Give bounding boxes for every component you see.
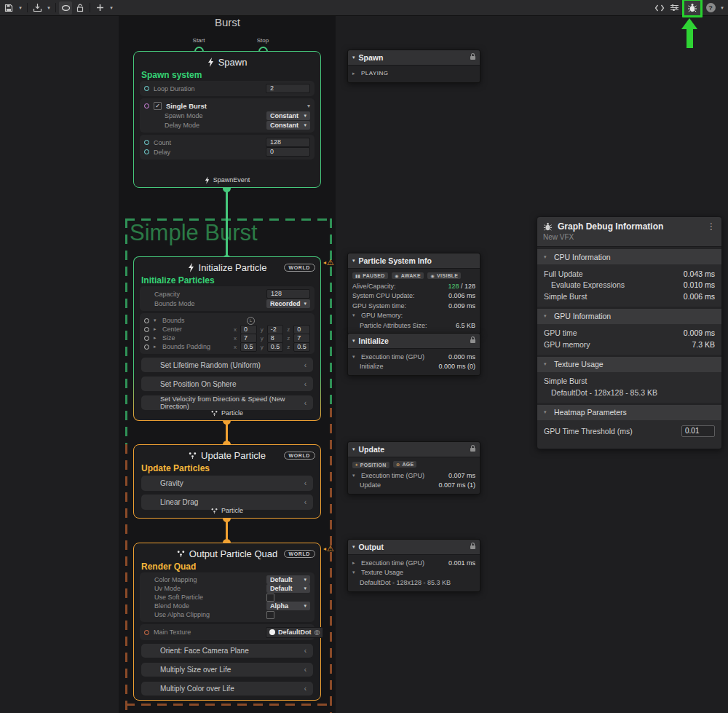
capacity-field[interactable]: 128 (266, 289, 310, 299)
chevron-down-icon[interactable]: ▾ (307, 103, 310, 109)
uv-mode-dropdown[interactable]: Default▾ (266, 584, 310, 593)
bounds-mode-dropdown[interactable]: Recorded▾ (266, 299, 310, 308)
expander-open-icon[interactable]: ▾ (352, 312, 358, 318)
block-orient[interactable]: Orient: Face Camera Plane ‹ (141, 644, 313, 658)
collapse-icon[interactable]: ‹ (304, 685, 306, 693)
collapse-icon[interactable]: ‹ (304, 479, 306, 487)
initialize-node[interactable]: Initialize Particle WORLD Initialize Par… (133, 256, 321, 421)
expander-open-icon[interactable]: ▾ (352, 354, 358, 360)
size-port[interactable] (144, 336, 149, 341)
main-texture-port[interactable] (144, 630, 149, 635)
lock-button[interactable] (74, 1, 87, 15)
lock-icon[interactable] (470, 448, 475, 452)
padding-z-field[interactable]: 0.5 (293, 342, 310, 352)
initialize-panel-header[interactable]: ▾ Initialize (348, 334, 480, 349)
loop-duration-field[interactable]: 2 (266, 84, 310, 93)
loop-duration-port[interactable] (144, 86, 149, 91)
system-info-header[interactable]: ▾ Particle System Info (348, 253, 480, 269)
help-button[interactable]: ? (704, 1, 717, 15)
control-settings-button[interactable] (668, 1, 681, 15)
count-port[interactable] (144, 140, 149, 145)
padding-y-field[interactable]: 0.5 (267, 342, 284, 352)
link-toggle-button[interactable] (59, 1, 72, 15)
delay-mode-dropdown[interactable]: Constant▾ (266, 121, 310, 130)
compile-button[interactable] (31, 1, 44, 15)
single-burst-block[interactable]: ✓ Single Burst ▾ Spawn Mode Constant▾ De… (140, 98, 314, 133)
block-gravity[interactable]: Gravity ‹ (141, 476, 313, 491)
padding-x-field[interactable]: 0.5 (240, 342, 257, 352)
blend-mode-dropdown[interactable]: Alpha▾ (266, 602, 310, 610)
expander-open-icon[interactable]: ▾ (154, 318, 159, 323)
cpu-information-section-header[interactable]: ▾ CPU Information (537, 249, 721, 264)
system-group-label[interactable]: Simple Burst (130, 220, 258, 246)
world-space-badge[interactable]: WORLD (284, 550, 315, 558)
delay-field[interactable]: 0 (266, 147, 310, 157)
world-space-badge[interactable]: WORLD (284, 452, 315, 460)
bounds-port[interactable] (144, 318, 149, 323)
lock-icon[interactable] (470, 545, 475, 549)
initialize-warning[interactable]: ◂ ⚠ (323, 258, 334, 267)
debug-panel-button[interactable] (682, 0, 703, 17)
spawn-node-header[interactable]: Spawn (134, 52, 320, 68)
lock-icon[interactable] (470, 339, 475, 343)
save-dropdown[interactable]: ▾ (17, 1, 24, 15)
expander-closed-icon[interactable]: ▸ (154, 344, 159, 350)
block-multiply-color[interactable]: Multiply Color over Life ‹ (141, 682, 313, 696)
output-node[interactable]: Output Particle Quad WORLD Render Quad C… (133, 543, 321, 701)
heatmap-parameters-section-header[interactable]: ▾ Heatmap Parameters (537, 405, 721, 420)
update-node[interactable]: Update Particle WORLD Update Particles G… (133, 444, 321, 519)
output-exec-value: 0.001 ms (448, 559, 475, 567)
single-burst-checkbox[interactable]: ✓ (154, 102, 162, 110)
gpu-threshold-input[interactable] (681, 425, 715, 437)
toolbar-overflow-dropdown[interactable]: ▾ (719, 1, 726, 15)
show-code-button[interactable] (653, 1, 666, 15)
spawn-node[interactable]: Spawn Spawn system Loop Duration 2 ✓ Sin… (133, 51, 321, 188)
block-set-lifetime[interactable]: Set Lifetime Random (Uniform) ‹ (141, 358, 313, 372)
system-group-border-left (125, 444, 127, 713)
spawn-panel-header[interactable]: ▾ Spawn (348, 50, 480, 66)
lock-icon[interactable] (470, 56, 475, 60)
graph-debug-header[interactable]: Graph Debug Information ⋮ (537, 217, 721, 233)
add-dropdown[interactable]: ▾ (108, 1, 115, 15)
linked-icon[interactable]: L (247, 317, 255, 325)
spawn-mode-dropdown[interactable]: Constant▾ (266, 111, 310, 120)
color-mapping-dropdown[interactable]: Default▾ (266, 575, 310, 584)
alpha-clipping-checkbox[interactable] (266, 611, 274, 619)
spawn-event-out: SpawnEvent (134, 175, 320, 185)
gpu-information-section-header[interactable]: ▾ GPU Information (537, 309, 721, 324)
save-button[interactable] (2, 1, 15, 15)
expander-closed-icon[interactable]: ▸ (154, 335, 159, 341)
init-sub-row: Initialize 0.000 ms (0) (352, 362, 475, 372)
output-warning[interactable]: ◂ ⚠ (323, 544, 334, 554)
main-texture-object-field[interactable]: DefaultDot ◎ (266, 627, 323, 638)
expander-closed-icon[interactable]: ▸ (352, 71, 358, 76)
count-field[interactable]: 128 (266, 138, 310, 147)
init-exec-label: Execution time (GPU) (361, 353, 424, 361)
expander-open-icon[interactable]: ▾ (352, 570, 358, 575)
expander-closed-icon[interactable]: ▸ (352, 560, 358, 566)
collapse-icon[interactable]: ‹ (304, 380, 306, 388)
axis-y-label: y (261, 335, 264, 342)
collapse-icon[interactable]: ‹ (304, 361, 306, 369)
collapse-icon[interactable]: ‹ (304, 666, 306, 674)
update-panel-header[interactable]: ▾ Update (348, 442, 480, 457)
collapse-icon[interactable]: ‹ (304, 647, 306, 655)
block-multiply-size[interactable]: Multiply Size over Life ‹ (141, 663, 313, 677)
save-icon (4, 4, 13, 12)
object-picker-icon[interactable]: ◎ (314, 629, 320, 636)
compile-dropdown[interactable]: ▾ (45, 1, 52, 15)
expander-open-icon[interactable]: ▾ (352, 473, 358, 478)
collapse-icon[interactable]: ‹ (304, 399, 306, 407)
delay-port[interactable] (144, 149, 149, 154)
world-space-badge[interactable]: WORLD (284, 264, 315, 272)
block-set-position-sphere[interactable]: Set Position On Sphere ‹ (141, 377, 313, 391)
soft-particle-checkbox[interactable] (266, 594, 274, 602)
kebab-menu-icon[interactable]: ⋮ (707, 221, 716, 232)
expander-closed-icon[interactable]: ▸ (154, 326, 159, 332)
output-panel-header[interactable]: ▾ Output (348, 540, 480, 555)
center-port[interactable] (144, 327, 149, 332)
texture-usage-section-header[interactable]: ▾ Texture Usage (537, 357, 721, 372)
add-button[interactable] (93, 1, 106, 15)
bounds-padding-port[interactable] (144, 344, 149, 350)
single-burst-port[interactable] (144, 103, 149, 109)
